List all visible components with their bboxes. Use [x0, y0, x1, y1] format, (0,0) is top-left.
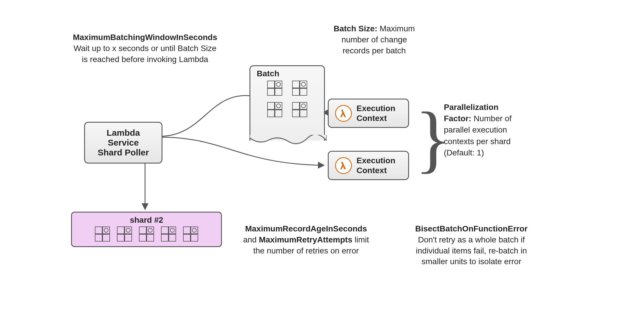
- para-title2: Factor:: [444, 114, 471, 123]
- batch-record: [267, 102, 282, 117]
- batch-torn-edge: [249, 135, 327, 146]
- para-desc1: Number of: [474, 114, 512, 123]
- shard-label: shard #2: [75, 215, 218, 225]
- exec-label: Execution Context: [357, 156, 395, 175]
- execution-context-1: Execution Context: [328, 99, 409, 128]
- para-title: Parallelization: [444, 103, 498, 112]
- poller-line1: Lambda Service: [91, 128, 156, 148]
- bisect-title: BisectBatchOnFunctionError: [415, 224, 527, 233]
- batching-window-desc1: Wait up to x seconds or until Batch Size: [74, 44, 216, 53]
- shard-record: [183, 226, 198, 242]
- batching-window-title: MaximumBatchingWindowInSeconds: [73, 33, 217, 42]
- retries-desc2: the number of retries on error: [253, 246, 359, 255]
- retries-desc1: limit: [354, 235, 369, 244]
- annotation-retries: MaximumRecordAgeInSeconds and MaximumRet…: [232, 223, 380, 256]
- lambda-icon: [335, 157, 352, 174]
- shard-record: [161, 226, 176, 242]
- batch-size-desc3: records per batch: [343, 46, 406, 55]
- batch-size-desc2: number of change: [341, 35, 407, 44]
- batch-size-title: Batch Size:: [334, 24, 377, 33]
- shard-record: [139, 226, 154, 242]
- para-desc4: (Default: 1): [444, 148, 484, 157]
- para-desc2: parallel execution: [444, 125, 507, 134]
- shard-record: [95, 226, 110, 242]
- poller-line2: Shard Poller: [91, 148, 156, 157]
- bisect-desc3: smaller units to isolate error: [422, 257, 521, 266]
- batch-record: [267, 81, 282, 96]
- bisect-desc1: Don't retry as a whole batch if: [418, 235, 525, 244]
- exec-label: Execution Context: [357, 104, 395, 123]
- shard-poller-box: Lambda Service Shard Poller: [84, 122, 162, 164]
- shard-record: [117, 226, 132, 242]
- batching-window-desc2: is reached before invoking Lambda: [82, 55, 208, 64]
- annotation-bisect: BisectBatchOnFunctionError Don't retry a…: [403, 223, 540, 267]
- batch-record: [292, 81, 307, 96]
- batch-box: Batch: [249, 65, 325, 141]
- annotation-parallelization: Parallelization Factor: Number of parall…: [444, 101, 537, 158]
- execution-context-2: Execution Context: [328, 151, 409, 180]
- batch-records: [254, 81, 320, 117]
- para-desc3: contexts per shard: [444, 137, 511, 146]
- lambda-icon: [335, 105, 352, 122]
- shard-box: shard #2: [71, 212, 222, 247]
- shard-records: [75, 226, 218, 242]
- retries-joiner: and: [243, 235, 257, 244]
- batch-size-desc1: Maximum: [380, 24, 415, 33]
- annotation-batching-window: MaximumBatchingWindowInSeconds Wait up t…: [44, 32, 247, 65]
- annotation-batch-size: Batch Size: Maximum number of change rec…: [325, 23, 424, 56]
- batch-label: Batch: [254, 69, 320, 78]
- bisect-desc2: individual items fail, re-batch in: [416, 246, 527, 255]
- batch-record: [292, 102, 307, 117]
- retries-title1: MaximumRecordAgeInSeconds: [245, 224, 367, 233]
- retries-title2: MaximumRetryAttempts: [259, 235, 352, 244]
